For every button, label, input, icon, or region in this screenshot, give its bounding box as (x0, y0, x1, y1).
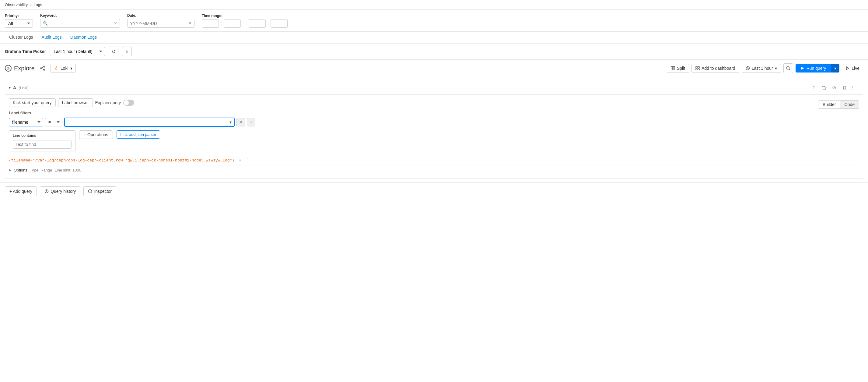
time-start-hour[interactable]: 00 (202, 19, 219, 28)
grafana-bar: Grafana Time Picker Last 5 minutes Last … (0, 43, 868, 60)
add-to-dashboard-btn[interactable]: Add to dashboard (691, 64, 739, 73)
svg-rect-16 (823, 87, 826, 90)
time-end-minute[interactable]: 59 (271, 19, 288, 28)
query-body: Kick start your query Label browser Expl… (5, 95, 863, 178)
qs-value: /var/log/ceph/ops-log-ceph-client.rgw.rg… (35, 158, 230, 163)
time-start-minute[interactable]: 00 (224, 19, 241, 28)
line-contains-box: Line contains (9, 130, 75, 151)
query-visibility-btn[interactable] (830, 84, 838, 92)
query-datasource: (Loki) (19, 86, 29, 90)
date-input[interactable] (127, 20, 186, 27)
code-mode-btn[interactable]: Code (840, 100, 859, 109)
label-filters-section: Label filters filename job namespace pod… (9, 111, 859, 127)
time-range-filter-group: Time range: 00 : 00 — 23 : 59 (202, 14, 288, 28)
operations-btn[interactable]: + Operations (79, 130, 113, 139)
mode-buttons: Builder Code (818, 100, 859, 109)
time-end-hour[interactable]: 23 (249, 19, 266, 28)
time-picker-chevron: ▾ (775, 66, 777, 71)
breadcrumb-parent[interactable]: Observability (5, 2, 28, 7)
query-copy-btn[interactable] (819, 84, 828, 92)
keyword-label: Keyword: (40, 13, 120, 18)
hint-add-json-parser-btn[interactable]: hint: add json parser (117, 130, 160, 139)
svg-rect-9 (696, 68, 697, 70)
run-query-main-btn[interactable]: Run query (796, 64, 831, 72)
filter-op-select[interactable]: = != =~ !~ (45, 118, 62, 126)
options-type: Type: Range (30, 168, 52, 172)
kick-start-btn[interactable]: Kick start your query (9, 98, 56, 107)
label-browser-btn[interactable]: Label browser (58, 98, 93, 107)
run-query-dropdown-btn[interactable]: ▾ (831, 64, 839, 72)
query-more-btn[interactable]: ⋮⋮ (851, 84, 859, 92)
svg-rect-6 (673, 66, 675, 70)
loki-datasource-btn[interactable]: 🕯 Loki ▾ (51, 64, 76, 73)
query-history-btn[interactable]: Query history (40, 186, 80, 196)
run-query-btn[interactable]: Run query ▾ (796, 64, 840, 72)
grafana-select-wrapper: Last 5 minutes Last 15 minutes Last 30 m… (50, 47, 105, 56)
inspector-btn[interactable]: i Inspector (83, 186, 116, 196)
label-filters-row: filename job namespace pod = != =~ !~ (9, 118, 859, 127)
svg-rect-8 (698, 66, 700, 68)
builder-mode-btn[interactable]: Builder (818, 100, 840, 109)
grafana-refresh-btn[interactable]: ↺ (108, 47, 118, 56)
loki-name: Loki (61, 66, 68, 71)
filter-field-select[interactable]: filename job namespace pod (9, 118, 43, 126)
grafana-info-btn[interactable]: ℹ (122, 47, 132, 56)
keyword-input[interactable] (50, 20, 111, 27)
time-picker-label: Last 1 hour (752, 66, 773, 71)
svg-text:i: i (90, 190, 90, 193)
dashboard-label: Add to dashboard (702, 66, 735, 71)
priority-label: Priority: (5, 14, 33, 18)
query-help-btn[interactable]: ? (809, 84, 818, 92)
explain-query-toggle-switch[interactable] (123, 99, 134, 106)
explore-header: ◎ Explore 🕯 Loki ▾ (0, 60, 868, 77)
query-block-right: ? ⋮⋮ (809, 84, 859, 92)
date-label: Date: (127, 13, 194, 18)
grafana-label: Grafana Time Picker (5, 49, 46, 54)
line-contains-section: Line contains + Operations hint: add jso… (9, 130, 859, 151)
text-to-find-input[interactable] (13, 140, 71, 149)
svg-rect-10 (698, 68, 700, 70)
loki-chevron-icon: ▾ (70, 66, 72, 71)
date-input-wrapper: ✕ (127, 19, 194, 28)
query-collapse-btn[interactable]: ▾ (9, 86, 11, 90)
svg-point-18 (834, 87, 835, 88)
explain-query-label: Explain query (95, 100, 121, 105)
tab-cluster-logs[interactable]: Cluster Logs (5, 32, 37, 43)
query-string: {filename="/var/log/ceph/ops-log-ceph-cl… (9, 155, 859, 163)
filter-value-dropdown-btn[interactable]: ▾ (227, 118, 234, 126)
svg-point-2 (40, 68, 42, 69)
priority-select[interactable]: All Error Warning Info Debug (5, 19, 33, 28)
grafana-time-select[interactable]: Last 5 minutes Last 15 minutes Last 30 m… (50, 47, 105, 56)
svg-point-0 (43, 66, 45, 67)
explore-title: ◎ Explore (5, 65, 35, 72)
split-btn[interactable]: Split (667, 64, 689, 73)
filter-add-btn[interactable]: + (247, 118, 255, 126)
share-btn[interactable] (38, 64, 47, 72)
filter-value-input[interactable]: /var/log/ceph/ops-log-ceph-client.rgw.rg… (65, 118, 227, 126)
filter-remove-btn[interactable]: ✕ (237, 118, 245, 126)
time-range-label: Time range: (202, 14, 288, 18)
options-arrow-icon: ▶ (9, 168, 11, 172)
svg-line-15 (789, 69, 790, 70)
live-btn[interactable]: Live (842, 64, 863, 72)
tabs-bar: Cluster Logs Audit Logs Daemon Logs (0, 32, 868, 43)
explore-left: ◎ Explore 🕯 Loki ▾ (5, 64, 76, 73)
explore-search-btn[interactable] (783, 63, 793, 73)
priority-filter-group: Priority: All Error Warning Info Debug (5, 14, 33, 28)
options-row[interactable]: ▶ Options Type: Range Line limit: 1000 (9, 165, 859, 175)
query-label: A (13, 85, 16, 90)
time-picker-btn[interactable]: Last 1 hour ▾ (742, 64, 781, 73)
keyword-clear-btn[interactable]: ✕ (111, 19, 120, 27)
keyword-filter-group: Keyword: 🔍 ✕ (40, 13, 120, 28)
query-delete-btn[interactable] (840, 84, 849, 92)
tab-audit-logs[interactable]: Audit Logs (37, 32, 66, 43)
qs-backticks: `` (244, 158, 249, 163)
breadcrumb: Observability » Logs (0, 0, 868, 10)
date-clear-btn[interactable]: ✕ (186, 19, 194, 27)
qs-equals: =" (30, 158, 35, 163)
live-label: Live (851, 66, 860, 71)
explore-section: ◎ Explore 🕯 Loki ▾ (0, 60, 868, 200)
add-query-btn[interactable]: + Add query (5, 186, 37, 196)
tab-daemon-logs[interactable]: Daemon Logs (66, 32, 101, 43)
svg-rect-5 (671, 66, 673, 70)
